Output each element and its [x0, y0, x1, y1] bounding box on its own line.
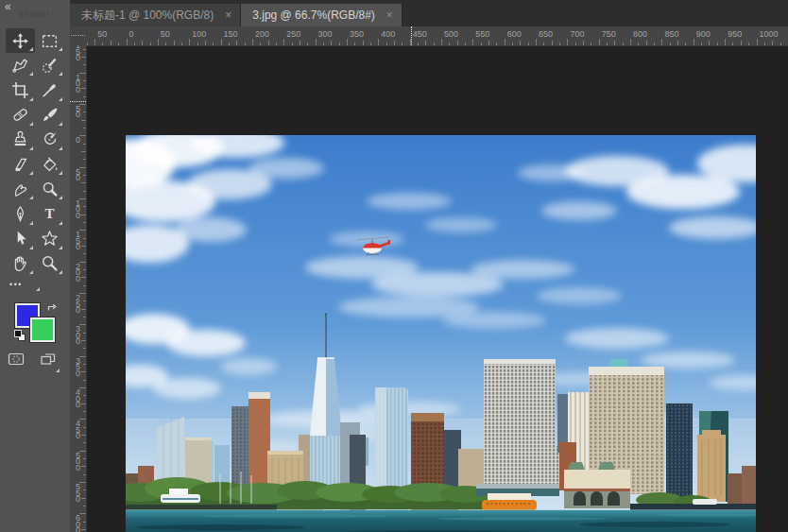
ruler-label: 4 5 0 [74, 420, 82, 439]
history-brush-tool[interactable] [35, 128, 64, 152]
collapse-panel-button[interactable]: « [5, 0, 10, 13]
custom-shape-tool[interactable] [35, 227, 64, 251]
ruler-label: 850 [664, 29, 678, 39]
ruler-label: 700 [570, 29, 584, 39]
ruler-label: 550 [475, 29, 489, 39]
ruler-label: 300 [318, 29, 333, 39]
ruler-label: 0 [129, 29, 134, 39]
vertical-ruler[interactable]: 1 5 01 0 05 005 01 0 01 5 02 0 02 5 03 0… [70, 45, 87, 532]
ruler-label: 50 [161, 29, 170, 39]
ruler-label: 1 0 0 [74, 200, 82, 219]
type-tool[interactable]: T [35, 201, 64, 226]
quick-selection-tool[interactable] [35, 53, 64, 77]
ruler-label: 100 [192, 29, 206, 39]
document-tab-3jpg[interactable]: 3.jpg @ 66.7%(RGB/8#) × [241, 4, 403, 26]
path-selection-tool[interactable] [6, 227, 35, 251]
spot-healing-brush-tool[interactable] [6, 103, 35, 128]
ruler-label: 1 5 0 [74, 232, 82, 250]
ruler-label: 200 [255, 29, 269, 39]
pen-tool[interactable] [6, 201, 35, 226]
ruler-label: 0 [74, 137, 82, 144]
ruler-label: 500 [444, 29, 458, 39]
toolbar-bottom-buttons [0, 351, 70, 371]
hand-tool[interactable] [6, 251, 35, 276]
edit-toolbar-button[interactable]: ••• [9, 280, 38, 292]
tool-palette: « [0, 0, 70, 532]
ruler-label: 2 5 0 [74, 295, 82, 314]
ruler-label: 650 [539, 29, 553, 39]
cursor-position-marker-y [70, 101, 86, 102]
rectangular-marquee-tool[interactable] [35, 28, 64, 53]
zoom-tool[interactable] [35, 251, 64, 276]
ruler-label: 2 0 0 [74, 264, 82, 283]
water [126, 509, 756, 532]
ruler-label: 50 [97, 29, 107, 39]
ruler-label: 5 0 0 [74, 453, 82, 472]
panel-grip-handle[interactable] [19, 12, 49, 17]
quick-mask-mode-button[interactable] [8, 351, 25, 371]
move-tool[interactable] [6, 28, 35, 53]
type-tool-glyph: T [44, 207, 54, 221]
ruler-label: 450 [413, 29, 427, 39]
photoshop-window: { "window": { "collapse_button": "«" }, … [0, 0, 788, 532]
color-swatches [0, 299, 70, 348]
background-color-swatch[interactable] [30, 317, 55, 342]
ruler-label: 800 [633, 29, 647, 39]
ruler-label: 4 0 0 [74, 389, 82, 408]
ruler-label: 5 0 [74, 106, 82, 118]
ruler-corner[interactable] [70, 26, 87, 46]
horizontal-ruler[interactable]: 5005010015020025030035040045050055060065… [86, 26, 788, 46]
document-tab-bar: 未标题-1 @ 100%(RGB/8) × 3.jpg @ 66.7%(RGB/… [70, 0, 788, 26]
ruler-label: 1 5 0 [74, 45, 82, 61]
ruler-label: 3 5 0 [74, 358, 82, 377]
tab-label: 未标题-1 @ 100%(RGB/8) [81, 8, 214, 24]
ruler-label: 350 [350, 29, 364, 39]
paint-bucket-tool[interactable] [35, 152, 64, 177]
tab-close-icon[interactable]: × [386, 9, 393, 21]
swap-colors-icon[interactable] [46, 300, 58, 312]
ruler-label: 400 [381, 29, 395, 39]
document-canvas-photo[interactable] [126, 135, 756, 532]
clone-stamp-tool[interactable] [6, 128, 35, 152]
ruler-label: 5 5 0 [74, 484, 82, 503]
ruler-label: 1 0 0 [74, 75, 82, 94]
crop-tool[interactable] [6, 77, 35, 102]
canvas-pasteboard[interactable] [86, 45, 788, 532]
ruler-label: 950 [728, 29, 742, 39]
ruler-label: 3 0 0 [74, 326, 82, 345]
ruler-label: 1000 [760, 29, 779, 39]
tools-grid: T [6, 28, 64, 276]
ruler-label: 600 [507, 29, 522, 39]
ruler-label: 150 [224, 29, 238, 39]
tab-close-icon[interactable]: × [225, 9, 231, 21]
eyedropper-tool[interactable] [35, 77, 64, 102]
lasso-tool[interactable] [6, 53, 35, 77]
smudge-tool[interactable] [6, 177, 35, 201]
screen-mode-button[interactable] [40, 351, 57, 371]
tab-label: 3.jpg @ 66.7%(RGB/8#) [252, 9, 375, 22]
default-colors-icon[interactable] [14, 330, 26, 341]
dodge-tool[interactable] [35, 177, 64, 201]
document-tab-untitled[interactable]: 未标题-1 @ 100%(RGB/8) × [70, 4, 241, 26]
brush-tool[interactable] [35, 103, 64, 128]
ruler-label: 5 0 [74, 169, 82, 181]
ruler-label: 750 [602, 29, 616, 39]
eraser-tool[interactable] [6, 152, 35, 177]
ruler-label: 250 [286, 29, 300, 39]
ruler-label: 900 [696, 29, 711, 39]
